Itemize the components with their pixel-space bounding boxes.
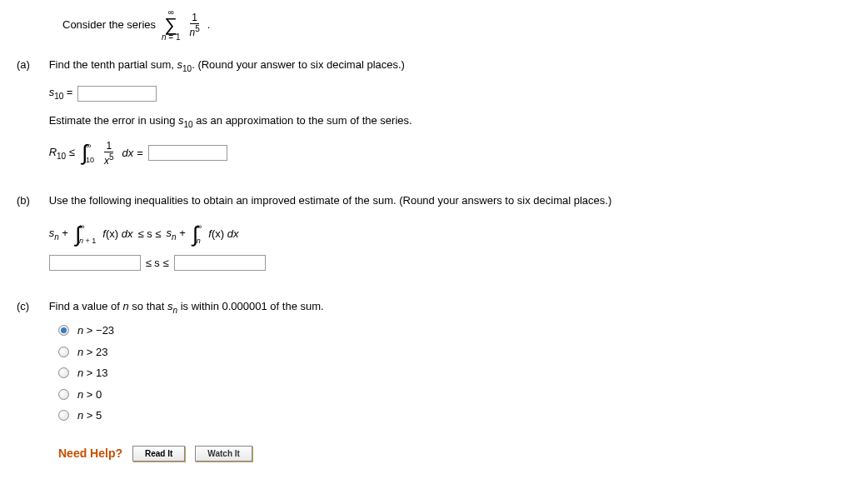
radio-icon[interactable] (58, 367, 69, 378)
need-help-label: Need Help? (58, 445, 122, 462)
radio-option-2[interactable]: n > 13 (58, 365, 836, 382)
part-b: (b) Use the following inequalities to ob… (17, 192, 836, 282)
sigma-notation: ∞ ∑ n = 1 (162, 8, 181, 42)
s10-input[interactable] (77, 86, 157, 102)
radio-option-1[interactable]: n > 23 (58, 344, 836, 361)
integrand-fraction: 1 x5 (102, 141, 116, 166)
part-b-label: (b) (17, 192, 46, 209)
radio-group: n > −23 n > 23 n > 13 n > 0 n > 5 (58, 322, 836, 424)
integral-icon: ∫ ∞ 10 (82, 142, 94, 164)
radio-label: n > 0 (77, 387, 102, 403)
r10-row: R10 ≤ ∫ ∞ 10 1 x5 dx = (49, 141, 827, 166)
watch-it-button[interactable]: Watch It (195, 446, 252, 462)
part-c: (c) Find a value of n so that sn is with… (17, 298, 836, 424)
s10-input-row: s10 = (49, 84, 827, 102)
part-a-label: (a) (17, 57, 46, 73)
integral-2-icon: ∫ ∞ n (192, 223, 202, 245)
radio-label: n > 5 (77, 407, 102, 424)
intro: Consider the series ∞ ∑ n = 1 1 n5 . (17, 8, 836, 48)
radio-icon[interactable] (58, 347, 69, 357)
help-section: Need Help? Read It Watch It (58, 445, 836, 462)
s10-label: s10 = (49, 84, 73, 102)
radio-option-0[interactable]: n > −23 (58, 322, 836, 339)
lower-bound-input[interactable] (49, 255, 141, 271)
radio-label: n > −23 (77, 322, 114, 339)
fraction: 1 n5 (188, 12, 202, 37)
r10-label: R10 ≤ (49, 144, 75, 162)
part-a: (a) Find the tenth partial sum, s10. (Ro… (17, 57, 836, 176)
part-c-content: Find a value of n so that sn is within 0… (49, 298, 827, 317)
bounds-input-row: ≤ s ≤ (49, 255, 827, 272)
read-it-button[interactable]: Read It (132, 446, 185, 462)
r10-input[interactable] (148, 145, 227, 161)
radio-option-3[interactable]: n > 0 (58, 387, 836, 403)
estimate-text: Estimate the error in using s10 as an ap… (49, 112, 827, 131)
intro-text: Consider the series (62, 17, 156, 33)
radio-icon[interactable] (58, 389, 69, 400)
part-c-label: (c) (17, 298, 46, 315)
radio-icon[interactable] (58, 325, 69, 336)
inequality-formula: sn + ∫ ∞ n + 1 f(x) dx ≤ s ≤ sn + ∫ ∞ n … (49, 223, 827, 245)
upper-bound-input[interactable] (174, 255, 266, 271)
radio-label: n > 13 (77, 365, 108, 382)
part-a-content: Find the tenth partial sum, s10. (Round … (49, 57, 827, 176)
radio-option-4[interactable]: n > 5 (58, 407, 836, 424)
part-b-content: Use the following inequalities to obtain… (49, 192, 827, 282)
radio-icon[interactable] (58, 410, 69, 421)
radio-label: n > 23 (77, 344, 108, 361)
integral-1-icon: ∫ ∞ n + 1 (75, 223, 96, 245)
